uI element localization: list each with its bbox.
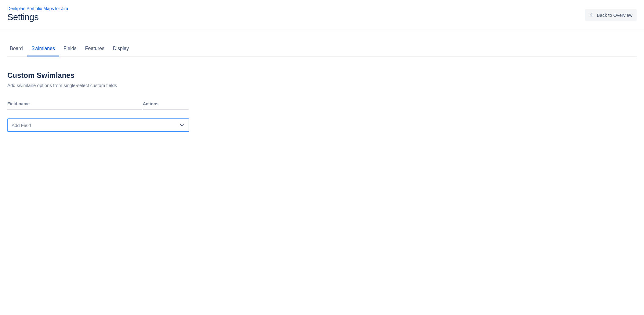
- select-placeholder: Add Field: [12, 123, 31, 128]
- section-title: Custom Swimlanes: [7, 71, 637, 80]
- column-header-actions: Actions: [143, 101, 189, 110]
- tab-display[interactable]: Display: [109, 42, 133, 56]
- breadcrumb-link[interactable]: Denkplan Portfolio Maps for Jira: [7, 6, 68, 11]
- add-field-select[interactable]: Add Field: [7, 118, 189, 132]
- tab-features[interactable]: Features: [81, 42, 109, 56]
- add-field-select-container: Add Field Epic Status Iteration: [7, 118, 189, 132]
- arrow-left-icon: [589, 12, 595, 18]
- chevron-down-icon: [179, 122, 185, 128]
- page-title: Settings: [7, 12, 68, 22]
- page-header: Denkplan Portfolio Maps for Jira Setting…: [0, 0, 644, 30]
- table-header-row: Field name Actions: [7, 101, 637, 110]
- column-header-field-name: Field name: [7, 101, 142, 110]
- section-description: Add swimlane options from single-select …: [7, 83, 637, 88]
- custom-swimlanes-section: Custom Swimlanes Add swimlane options fr…: [7, 71, 637, 132]
- tabs-bar: Board Swimlanes Fields Features Display: [7, 42, 637, 56]
- header-left: Denkplan Portfolio Maps for Jira Setting…: [7, 6, 68, 22]
- tab-swimlanes[interactable]: Swimlanes: [27, 42, 59, 56]
- back-button-label: Back to Overview: [597, 13, 632, 18]
- tab-board[interactable]: Board: [7, 42, 27, 56]
- back-to-overview-button[interactable]: Back to Overview: [585, 9, 637, 21]
- content-area: Board Swimlanes Fields Features Display …: [0, 42, 644, 132]
- tab-fields[interactable]: Fields: [59, 42, 81, 56]
